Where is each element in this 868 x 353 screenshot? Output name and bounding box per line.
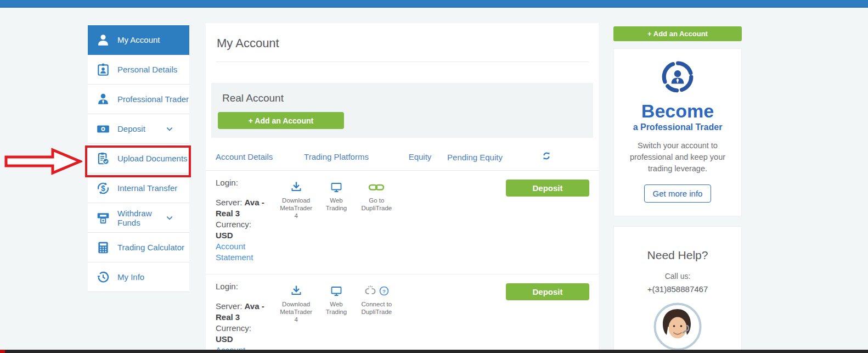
- real-account-title: Real Account: [222, 92, 587, 104]
- sidebar-item-label: Withdraw Funds: [117, 209, 158, 227]
- download-icon: [290, 283, 303, 299]
- become-professional-card: Become a Professional Trader Switch your…: [613, 48, 742, 216]
- become-description: Switch your account to professional and …: [621, 140, 735, 175]
- need-help-title: Need Help?: [621, 249, 735, 262]
- currency-value: USD: [216, 231, 233, 240]
- support-agent-avatar: [653, 302, 702, 351]
- add-account-button[interactable]: + Add an Account: [613, 26, 742, 41]
- sidebar: My Account Personal Details Professional…: [88, 25, 189, 292]
- trader-icon: [96, 92, 110, 107]
- sidebar-item-label: Professional Trader: [117, 94, 189, 104]
- refresh-icon[interactable]: [542, 152, 551, 162]
- real-account-section: Real Account + Add an Account: [211, 83, 593, 138]
- call-us-label: Call us:: [621, 272, 735, 281]
- user-icon: [96, 33, 110, 47]
- become-title: Become: [621, 102, 735, 121]
- deposit-button[interactable]: Deposit: [506, 180, 589, 197]
- professional-badge-icon: [661, 60, 695, 94]
- sidebar-item-my-account[interactable]: My Account: [88, 25, 189, 55]
- svg-text:$: $: [101, 183, 105, 192]
- header-equity: Equity: [394, 152, 446, 161]
- sidebar-item-label: Deposit: [117, 124, 158, 133]
- upload-documents-icon: [96, 152, 110, 166]
- sidebar-item-withdraw-funds[interactable]: Withdraw Funds: [88, 203, 189, 233]
- platform-label: Download MetaTrader 4: [279, 300, 313, 323]
- platform-label: Go to DupliTrade: [359, 197, 394, 212]
- monitor-icon: [330, 180, 343, 195]
- divider: [216, 61, 589, 62]
- sidebar-item-deposit[interactable]: Deposit: [88, 114, 189, 144]
- help-circle-icon[interactable]: ?: [379, 285, 390, 296]
- banknote-icon: [96, 122, 110, 136]
- chain-link-icon: [368, 180, 385, 195]
- calculator-icon: [96, 240, 110, 255]
- sidebar-item-label: Trading Calculator: [117, 243, 189, 252]
- platform-label: Web Trading: [319, 197, 353, 212]
- phone-number: +(31)858887467: [621, 284, 735, 294]
- header-account-details: Account Details: [216, 152, 279, 161]
- monitor-icon: [330, 283, 343, 299]
- sidebar-item-label: Internal Transfer: [117, 183, 189, 193]
- top-navigation-bar: [0, 0, 868, 8]
- trading-platforms-cell: Download MetaTrader 4 Web Trading: [279, 177, 394, 220]
- right-sidebar: + Add an Account Become a Professional T…: [613, 26, 742, 353]
- platform-label: Web Trading: [319, 300, 353, 316]
- login-label: Login:: [216, 177, 279, 188]
- login-label: Login:: [216, 281, 279, 292]
- sidebar-item-professional-trader[interactable]: Professional Trader: [88, 85, 189, 114]
- bottom-bar: [0, 350, 868, 353]
- server-label: Server:: [216, 301, 245, 311]
- currency-label: Currency:: [216, 219, 279, 230]
- currency-label: Currency:: [216, 323, 279, 334]
- download-icon: [290, 180, 303, 195]
- sidebar-item-personal-details[interactable]: Personal Details: [88, 55, 189, 85]
- bottom-bar-red-segment: [0, 350, 5, 353]
- sidebar-item-internal-transfer[interactable]: $ Internal Transfer: [88, 173, 189, 203]
- sidebar-item-label: Personal Details: [117, 65, 189, 74]
- sidebar-item-my-info[interactable]: My Info: [88, 262, 189, 292]
- sidebar-item-label: Upload Documents: [117, 154, 189, 163]
- server-label: Server:: [216, 198, 245, 207]
- red-annotation-arrow: [4, 147, 82, 176]
- web-trading-link[interactable]: Web Trading: [319, 177, 353, 220]
- id-card-icon: [96, 63, 110, 77]
- account-row: Login: Server: Ava - Real 3 Currency: US…: [206, 274, 599, 353]
- chevron-down-icon: [165, 214, 174, 222]
- account-statement-link[interactable]: Account Statement: [216, 241, 279, 263]
- sidebar-item-upload-documents[interactable]: Upload Documents: [88, 144, 189, 173]
- become-subtitle: a Professional Trader: [621, 122, 735, 132]
- chevron-down-icon: [165, 125, 174, 133]
- download-metatrader-link[interactable]: Download MetaTrader 4: [279, 281, 313, 323]
- broken-link-icon: [364, 284, 377, 298]
- go-to-duplitrade-link[interactable]: Go to DupliTrade: [359, 177, 394, 220]
- page-title: My Account: [217, 36, 599, 51]
- sidebar-item-label: My Account: [117, 35, 189, 44]
- account-row: Login: Server: Ava - Real 3 Currency: US…: [206, 171, 599, 274]
- connect-to-duplitrade-link[interactable]: ? Connect to DupliTrade: [359, 281, 394, 323]
- need-help-card: Need Help? Call us: +(31)858887467: [613, 226, 742, 353]
- account-dashboard: My Account Personal Details Professional…: [0, 0, 868, 353]
- platform-label: Download MetaTrader 4: [279, 197, 313, 220]
- table-header-row: Account Details Trading Platforms Equity…: [206, 152, 599, 171]
- platform-label: Connect to DupliTrade: [359, 300, 394, 316]
- transfer-icon: $: [96, 181, 110, 195]
- deposit-button[interactable]: Deposit: [506, 283, 589, 300]
- account-details-cell: Login: Server: Ava - Real 3 Currency: US…: [216, 281, 279, 353]
- history-icon: [96, 270, 110, 284]
- trading-platforms-cell: Download MetaTrader 4 Web Trading: [279, 281, 394, 323]
- sidebar-item-label: My Info: [117, 272, 189, 282]
- account-details-cell: Login: Server: Ava - Real 3 Currency: US…: [216, 177, 279, 263]
- main-panel: My Account Real Account + Add an Account…: [206, 23, 599, 353]
- download-metatrader-link[interactable]: Download MetaTrader 4: [279, 177, 313, 220]
- header-pending-equity: Pending Equity: [446, 152, 504, 163]
- get-more-info-button[interactable]: Get more info: [644, 184, 712, 203]
- sidebar-item-trading-calculator[interactable]: Trading Calculator: [88, 233, 189, 262]
- header-trading-platforms: Trading Platforms: [279, 152, 394, 161]
- add-account-button[interactable]: + Add an Account: [218, 112, 344, 129]
- withdraw-icon: [96, 211, 110, 225]
- svg-text:?: ?: [382, 288, 386, 294]
- currency-value: USD: [216, 334, 233, 344]
- accounts-table: Account Details Trading Platforms Equity…: [206, 152, 599, 353]
- web-trading-link[interactable]: Web Trading: [319, 281, 353, 323]
